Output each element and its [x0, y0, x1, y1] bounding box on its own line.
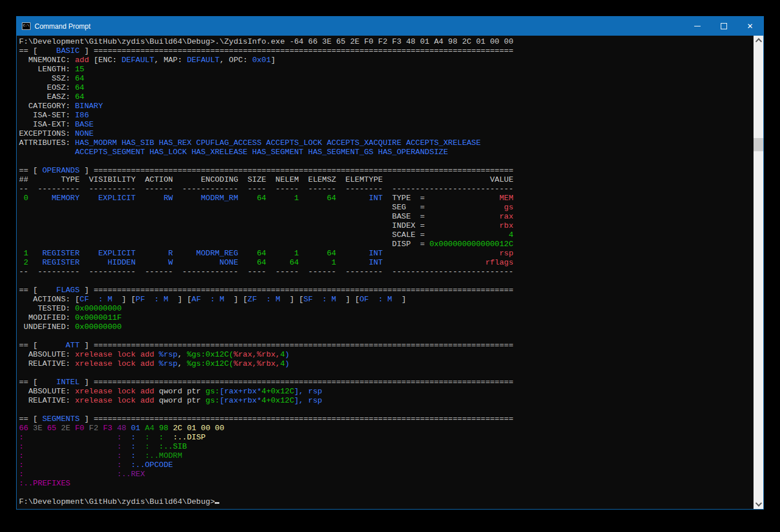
console-line: 66 3E 65 2E F0 F2 F3 48 01 A4 98 2C 01 0…: [19, 424, 754, 433]
console-line: ABSOLUTE: xrelease lock add %rsp, %gs:0x…: [19, 350, 754, 359]
console-line: ## TYPE VISIBILITY ACTION ENCODING SIZE …: [19, 175, 754, 185]
console-line: ISA-SET: I86: [19, 111, 754, 120]
svg-text:C:\: C:\: [23, 24, 29, 28]
console-line: SSZ: 64: [19, 74, 754, 83]
console-line: 2 REGISTER HIDDEN W NONE 64 64 1 INT rfl…: [19, 258, 754, 267]
console-line: F:\Development\GitHub\zydis\Build64\Debu…: [19, 497, 754, 507]
console-line: 1 REGISTER EXPLICIT R MODRM_REG 64 1 64 …: [19, 249, 754, 258]
console-line: == [ INTEL ] ===========================…: [19, 378, 754, 387]
console-line: :..PREFIXES: [19, 479, 754, 488]
minimize-icon: [694, 26, 701, 26]
console-line: DISP = 0x000000000000012C: [19, 240, 754, 249]
scrollbar-thumb[interactable]: [754, 138, 763, 151]
console-line: : : : :..MODRM: [19, 451, 754, 461]
console-line: ACTIONS: [CF : M ] [PF : M ] [AF : M ] […: [19, 295, 754, 304]
cmd-icon: C:\: [22, 22, 31, 30]
maximize-icon: [721, 23, 727, 29]
console-line: == [ SEGMENTS ] ========================…: [19, 415, 754, 424]
close-button[interactable]: ✕: [737, 17, 763, 36]
close-icon: ✕: [747, 22, 754, 30]
text-cursor: [215, 502, 219, 504]
chevron-up-icon: [755, 38, 762, 44]
console-line: ACCEPTS_SEGMENT HAS_LOCK HAS_XRELEASE HA…: [19, 148, 754, 157]
scrollbar-up-arrow[interactable]: [754, 36, 763, 45]
console-line: == [ FLAGS ] ===========================…: [19, 286, 754, 295]
console-line: MODIFIED: 0x0000011F: [19, 313, 754, 323]
console-line: == [ ATT ] =============================…: [19, 341, 754, 350]
console-line: [19, 332, 754, 341]
console-line: : :..REX: [19, 470, 754, 479]
console-line: ISA-EXT: BASE: [19, 120, 754, 129]
console-line: [19, 277, 754, 286]
console-line: [19, 488, 754, 497]
console-line: : : : : : :..DISP: [19, 433, 754, 442]
console-line: MNEMONIC: add [ENC: DEFAULT, MAP: DEFAUL…: [19, 56, 754, 65]
console-line: BASE = rax: [19, 212, 754, 221]
console-line: EXCEPTIONS: NONE: [19, 129, 754, 139]
scrollbar-track[interactable]: [754, 45, 763, 499]
console-line: [19, 369, 754, 378]
console-line: EOSZ: 64: [19, 83, 754, 93]
console-line: UNDEFINED: 0x00000000: [19, 323, 754, 332]
console-line: SEG = gs: [19, 203, 754, 212]
console-line: == [ BASIC ] ===========================…: [19, 47, 754, 56]
console-line: CATEGORY: BINARY: [19, 102, 754, 111]
console-line: [19, 405, 754, 415]
console-line: SCALE = 4: [19, 231, 754, 240]
console-line: INDEX = rbx: [19, 221, 754, 231]
console-line: == [ OPERANDS ] ========================…: [19, 166, 754, 175]
console-line: RELATIVE: xrelease lock add %rsp, %gs:0x…: [19, 359, 754, 369]
console-line: ABSOLUTE: xrelease lock add qword ptr gs…: [19, 387, 754, 396]
console-line: ATTRIBUTES: HAS_MODRM HAS_SIB HAS_REX CP…: [19, 139, 754, 148]
chevron-down-icon: [755, 500, 762, 506]
console-line: : : :..OPCODE: [19, 461, 754, 470]
console-line: TESTED: 0x00000000: [19, 304, 754, 313]
maximize-button[interactable]: [710, 17, 737, 36]
console-line: LENGTH: 15: [19, 65, 754, 74]
console-output: F:\Development\GitHub\zydis\Build64\Debu…: [17, 36, 754, 509]
window-title: Command Prompt: [35, 22, 684, 30]
console-line: EASZ: 64: [19, 93, 754, 102]
console-line: [19, 157, 754, 166]
console-line: F:\Development\GitHub\zydis\Build64\Debu…: [19, 37, 754, 47]
scrollbar-down-arrow[interactable]: [754, 499, 763, 509]
console-line: : : : : :..SIB: [19, 442, 754, 451]
minimize-button[interactable]: [684, 17, 710, 36]
console-line: 0 MEMORY EXPLICIT RW MODRM_RM 64 1 64 IN…: [19, 194, 754, 203]
command-prompt-window: C:\ Command Prompt ✕ F:\Development\GitH…: [16, 16, 764, 510]
console-line: -- --------- ---------- ------ ---------…: [19, 185, 754, 194]
console-line: RELATIVE: xrelease lock add qword ptr gs…: [19, 396, 754, 405]
scrollbar[interactable]: [754, 36, 763, 509]
titlebar[interactable]: C:\ Command Prompt ✕: [17, 17, 763, 36]
window-controls: ✕: [684, 17, 763, 36]
console-line: -- --------- ---------- ------ ---------…: [19, 267, 754, 277]
console-body: F:\Development\GitHub\zydis\Build64\Debu…: [17, 36, 763, 509]
